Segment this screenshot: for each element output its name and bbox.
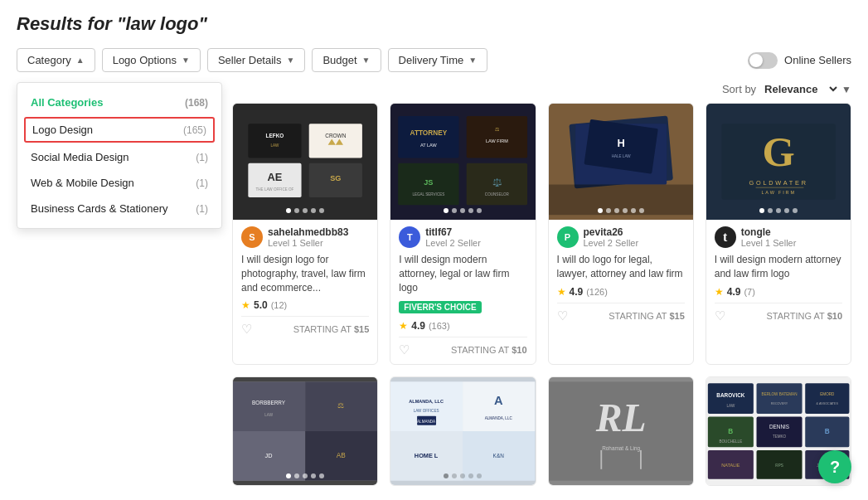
star-icon: ★ — [557, 286, 566, 298]
seller-meta: sahelahmedbb83 Level 1 Seller — [268, 226, 348, 248]
social-media-design-label: Social Media Design — [31, 151, 129, 163]
svg-text:HALE LAW: HALE LAW — [611, 154, 631, 158]
dot-2 — [294, 473, 299, 478]
dot-2 — [768, 208, 773, 213]
dot-5 — [319, 208, 324, 213]
rating-count: (126) — [586, 287, 608, 297]
card-tongle[interactable]: G GOLDWATER LAW FIRM — [706, 103, 851, 365]
dropdown-all-categories[interactable]: All Categories (168) — [17, 90, 221, 115]
business-cards-label: Business Cards & Stationery — [31, 202, 167, 215]
dropdown-logo-design[interactable]: Logo Design (165) — [24, 117, 215, 143]
seller-level: Level 2 Seller — [584, 238, 639, 248]
favorite-button[interactable]: ♡ — [399, 342, 410, 357]
svg-text:ALMANDA, LLC: ALMANDA, LLC — [485, 417, 513, 421]
page-title: Results for "law logo" — [17, 13, 851, 35]
svg-text:H: H — [617, 137, 624, 149]
dropdown-social-media-design[interactable]: Social Media Design (1) — [17, 144, 221, 170]
budget-filter-label: Budget — [322, 54, 356, 66]
category-chevron-icon: ▲ — [76, 56, 85, 65]
dot-4 — [468, 208, 473, 213]
starting-at-label: STARTING AT $10 — [451, 345, 527, 355]
dot-3 — [776, 208, 781, 213]
budget-filter[interactable]: Budget ▼ — [312, 48, 381, 72]
card-sahelahmedbb83[interactable]: LEFKO LAW CROWN AE THE LAW OFFICE OF — [232, 103, 378, 365]
rating-value: 5.0 — [254, 299, 268, 311]
dot-4 — [311, 208, 316, 213]
rating-value: 4.9 — [411, 320, 425, 332]
dot-1 — [286, 473, 291, 478]
dot-6 — [639, 208, 644, 213]
logo-design-label: Logo Design — [32, 124, 93, 136]
card-image: ATTORNEY AT LAW ⚖ LAW FIRM JS LEGAL SERV… — [390, 104, 535, 220]
svg-text:⚖️: ⚖️ — [492, 177, 502, 187]
web-mobile-design-count: (1) — [196, 177, 208, 189]
svg-text:BOUCHELLE: BOUCHELLE — [719, 439, 742, 444]
category-filter[interactable]: Category ▲ — [17, 48, 95, 72]
online-sellers-toggle[interactable] — [748, 52, 778, 69]
seller-name: pevita26 — [584, 226, 639, 238]
sort-select[interactable]: Relevance Best Selling Newest — [761, 82, 840, 96]
page: Results for "law logo" Category ▲ Logo O… — [0, 0, 868, 500]
card-almanda[interactable]: ALMANDA, LLC LAW OFFICES ALMANDA A ALMAN… — [390, 376, 536, 486]
dot-4 — [311, 473, 316, 478]
svg-text:& ASSOCIATES: & ASSOCIATES — [816, 402, 838, 405]
svg-text:LAW FIRM: LAW FIRM — [761, 190, 795, 195]
card-footer: ♡ STARTING AT $10 — [715, 303, 842, 323]
rating-row: ★ 4.9 (7) — [715, 286, 842, 298]
svg-text:SG: SG — [330, 174, 341, 182]
dot-5 — [631, 208, 636, 213]
svg-text:DENNIS: DENNIS — [769, 425, 789, 430]
card-rohamat[interactable]: RL Rohamat & Ling — [548, 376, 694, 486]
favorite-button[interactable]: ♡ — [557, 308, 568, 323]
svg-text:CROWN: CROWN — [325, 133, 346, 138]
seller-name: sahelahmedbb83 — [268, 226, 348, 238]
svg-text:ALMANDA: ALMANDA — [417, 420, 436, 424]
svg-text:LAW: LAW — [726, 404, 735, 408]
seller-level: Level 1 Seller — [741, 238, 797, 248]
favorite-button[interactable]: ♡ — [241, 322, 252, 337]
dot-3 — [303, 473, 308, 478]
dropdown-business-cards[interactable]: Business Cards & Stationery (1) — [17, 196, 221, 221]
help-button[interactable]: ? — [818, 450, 851, 483]
svg-text:A: A — [494, 394, 503, 407]
star-icon: ★ — [715, 286, 724, 298]
favorite-button[interactable]: ♡ — [715, 308, 725, 323]
dot-5 — [477, 208, 482, 213]
svg-rect-75 — [805, 384, 849, 415]
svg-rect-69 — [708, 384, 754, 415]
online-sellers-toggle-area: Online Sellers — [748, 52, 851, 69]
svg-text:LEGAL SERVICES: LEGAL SERVICES — [413, 192, 445, 197]
svg-text:HOME L: HOME L — [415, 452, 439, 459]
category-filter-label: Category — [27, 54, 71, 66]
delivery-time-filter[interactable]: Delivery Time ▼ — [388, 48, 488, 72]
card-dots — [233, 470, 377, 482]
dot-1 — [598, 208, 603, 213]
seller-name: tongle — [741, 226, 797, 238]
svg-text:RL: RL — [594, 396, 646, 439]
card-borbberry[interactable]: BORBBERRY LAW ⚖ JD AB — [232, 376, 378, 486]
logo-options-filter[interactable]: Logo Options ▼ — [102, 48, 201, 72]
card-pevita26[interactable]: HALE LAW H HALE LAW — [548, 103, 694, 365]
dot-2 — [606, 208, 611, 213]
dot-1 — [444, 473, 449, 478]
svg-text:⚖: ⚖ — [337, 402, 344, 410]
svg-text:ALMANDA, LLC: ALMANDA, LLC — [410, 399, 444, 404]
seller-details-filter[interactable]: Seller Details ▼ — [207, 48, 306, 72]
svg-rect-66 — [600, 450, 602, 469]
card-dots — [390, 470, 535, 482]
card-titlf67[interactable]: ATTORNEY AT LAW ⚖ LAW FIRM JS LEGAL SERV… — [390, 103, 536, 365]
dot-4 — [784, 208, 789, 213]
svg-rect-13 — [398, 116, 458, 158]
rating-row: ★ 4.9 (126) — [557, 286, 685, 298]
svg-text:LAW FIRM: LAW FIRM — [486, 138, 508, 143]
dropdown-web-mobile-design[interactable]: Web & Mobile Design (1) — [17, 170, 221, 196]
dot-2 — [452, 473, 457, 478]
card-footer: ♡ STARTING AT $10 — [399, 337, 526, 357]
logo-design-count: (165) — [183, 124, 206, 136]
svg-text:Rohamat & Ling: Rohamat & Ling — [602, 445, 640, 452]
svg-text:RPS: RPS — [775, 464, 783, 468]
svg-rect-16 — [467, 116, 527, 158]
svg-text:BERLOW BATEMAN: BERLOW BATEMAN — [761, 392, 797, 396]
star-icon: ★ — [241, 299, 250, 311]
card-body: t tongle Level 1 Seller I will design mo… — [706, 220, 851, 330]
